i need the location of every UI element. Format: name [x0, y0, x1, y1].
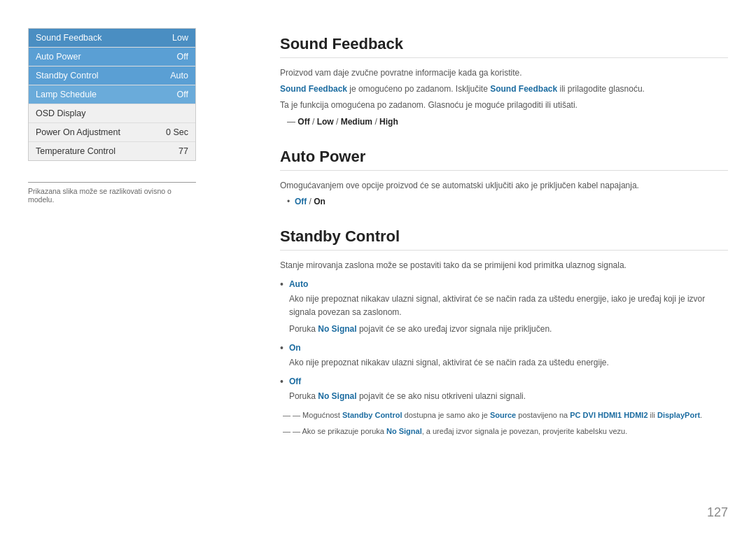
- bullet-line-0-0: Ako nije prepoznat nikakav ulazni signal…: [289, 293, 728, 319]
- menu-item-label-6: Temperature Control: [36, 146, 115, 156]
- menu-item-label-4: OSD Display: [36, 108, 86, 118]
- section-standby-control: Standby ControlStanje mirovanja zaslona …: [280, 227, 728, 438]
- section-para-sound-feedback-0: Proizvod vam daje zvučne povratne inform…: [280, 66, 728, 80]
- page-container: Sound FeedbackLowAuto PowerOffStandby Co…: [0, 0, 756, 534]
- section-note-standby-control-0: — Mogućnost Standby Control dostupna je …: [280, 409, 728, 422]
- left-panel: Sound FeedbackLowAuto PowerOffStandby Co…: [28, 28, 238, 506]
- bullet-content-standby-control-0: AutoAko nije prepoznat nikakav ulazni si…: [289, 278, 728, 339]
- bullet-label-1: On: [289, 342, 728, 355]
- menu-item-label-3: Lamp Schedule: [36, 90, 97, 99]
- menu-item-label-0: Sound Feedback: [36, 33, 102, 43]
- section-sound-feedback: Sound FeedbackProizvod vam daje zvučne p…: [280, 35, 728, 127]
- bullet-line-2-0: Poruka No Signal pojavit će se ako nisu …: [289, 390, 728, 403]
- bullet-dot-0: •: [280, 278, 284, 292]
- bullet-section-standby-control: •AutoAko nije prepoznat nikakav ulazni s…: [280, 278, 728, 407]
- section-title-auto-power: Auto Power: [280, 148, 728, 171]
- menu-item-value-6: 77: [178, 146, 188, 156]
- menu-item-2[interactable]: Standby ControlAuto: [29, 66, 195, 85]
- page-number: 127: [707, 505, 728, 520]
- options-line-sound-feedback: — Off / Low / Medium / High: [280, 117, 728, 127]
- option-values-sound-feedback: — Off / Low / Medium / High: [287, 117, 728, 127]
- bullet-line-0-1: Poruka No Signal pojavit će se ako uređa…: [289, 323, 728, 336]
- menu-item-value-3: Off: [177, 90, 188, 99]
- section-para-standby-control-0: Stanje mirovanja zaslona može se postavi…: [280, 259, 728, 272]
- left-note: Prikazana slika može se razlikovati ovis…: [28, 182, 196, 204]
- bullet-item-standby-control-0: •AutoAko nije prepoznat nikakav ulazni s…: [280, 278, 728, 339]
- options-line-auto-power: • Off / On: [280, 197, 728, 206]
- bullet-label-2: Off: [289, 375, 728, 388]
- section-para-sound-feedback-1: Sound Feedback je omogućeno po zadanom. …: [280, 83, 728, 96]
- menu-item-1[interactable]: Auto PowerOff: [29, 48, 195, 66]
- menu-item-3[interactable]: Lamp ScheduleOff: [29, 85, 195, 104]
- section-title-standby-control: Standby Control: [280, 227, 728, 251]
- section-title-sound-feedback: Sound Feedback: [280, 35, 728, 58]
- menu-list: Sound FeedbackLowAuto PowerOffStandby Co…: [28, 28, 196, 161]
- menu-item-value-0: Low: [172, 33, 188, 43]
- menu-item-6[interactable]: Temperature Control77: [29, 142, 195, 160]
- section-note-standby-control-1: — Ako se prikazuje poruka No Signal, a u…: [280, 426, 728, 438]
- menu-item-label-5: Power On Adjustment: [36, 127, 120, 137]
- bullet-dot-1: •: [280, 342, 284, 356]
- menu-item-value-5: 0 Sec: [166, 127, 188, 137]
- bullet-label-0: Auto: [289, 278, 728, 291]
- menu-item-label-2: Standby Control: [36, 71, 99, 80]
- section-auto-power: Auto PowerOmogućavanjem ove opcije proiz…: [280, 148, 728, 206]
- option-values-auto-power: • Off / On: [287, 197, 728, 206]
- section-para-sound-feedback-2: Ta je funkcija omogućena po zadanom. Gla…: [280, 99, 728, 112]
- bullet-dot-2: •: [280, 375, 284, 389]
- section-body-standby-control: Stanje mirovanja zaslona može se postavi…: [280, 259, 728, 438]
- bullet-item-standby-control-1: •OnAko nije prepoznat nikakav ulazni sig…: [280, 342, 728, 372]
- menu-item-5[interactable]: Power On Adjustment0 Sec: [29, 123, 195, 142]
- menu-item-label-1: Auto Power: [36, 52, 81, 62]
- section-body-auto-power: Omogućavanjem ove opcije proizvod će se …: [280, 179, 728, 206]
- bullet-content-standby-control-2: OffPoruka No Signal pojavit će se ako ni…: [289, 375, 728, 406]
- bullet-line-1-0: Ako nije prepoznat nikakav ulazni signal…: [289, 356, 728, 370]
- left-note-text: Prikazana slika može se razlikovati ovis…: [28, 187, 196, 204]
- bullet-content-standby-control-1: OnAko nije prepoznat nikakav ulazni sign…: [289, 342, 728, 372]
- menu-item-4[interactable]: OSD Display: [29, 104, 195, 123]
- right-panel: Sound FeedbackProizvod vam daje zvučne p…: [238, 28, 728, 506]
- section-para-auto-power-0: Omogućavanjem ove opcije proizvod će se …: [280, 179, 728, 192]
- bullet-item-standby-control-2: •OffPoruka No Signal pojavit će se ako n…: [280, 375, 728, 406]
- section-body-sound-feedback: Proizvod vam daje zvučne povratne inform…: [280, 66, 728, 127]
- menu-item-0[interactable]: Sound FeedbackLow: [29, 29, 195, 48]
- menu-item-value-2: Auto: [170, 71, 188, 80]
- menu-item-value-1: Off: [177, 52, 188, 62]
